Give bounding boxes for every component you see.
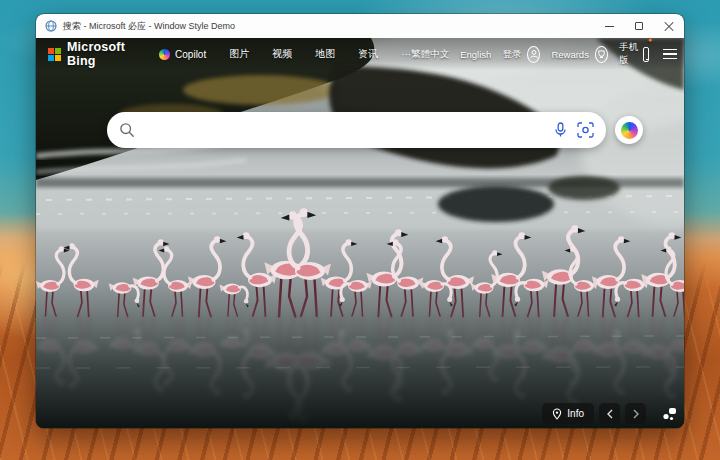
trophy-icon [597, 50, 606, 59]
maximize-icon [635, 22, 643, 30]
nav-item-images[interactable]: 图片 [229, 47, 249, 61]
copilot-icon [621, 122, 638, 139]
nav-item-maps[interactable]: 地图 [315, 47, 335, 61]
search-row [107, 112, 643, 148]
window-titlebar[interactable]: 搜索 - Microsoft 必应 - Window Style Demo [36, 14, 684, 38]
app-window: 搜索 - Microsoft 必应 - Window Style Demo [36, 14, 684, 428]
hamburger-menu-button[interactable] [663, 49, 677, 60]
chevron-left-icon [606, 409, 614, 419]
hero-controls: Info [542, 403, 646, 424]
language-english[interactable]: English [460, 49, 491, 60]
nav-item-videos[interactable]: 视频 [272, 47, 292, 61]
bing-brand[interactable]: Microsoft Bing [67, 40, 125, 68]
copilot-icon [159, 49, 170, 60]
ms-logo-green-square [55, 48, 61, 54]
microsoft-logo-icon[interactable] [48, 48, 61, 61]
image-info-button[interactable]: Info [542, 403, 594, 424]
hamburger-bar [663, 49, 677, 51]
phone-icon [643, 47, 650, 62]
ms-logo-red-square [48, 48, 54, 54]
mobile-version-link[interactable]: 手机版 ✦ [619, 41, 649, 67]
person-icon [529, 49, 539, 59]
close-button[interactable] [654, 14, 684, 38]
location-pin-icon [552, 408, 562, 420]
rewards-badge-icon[interactable] [595, 46, 608, 63]
sign-in-link[interactable]: 登录 [502, 48, 521, 61]
maximize-button[interactable] [624, 14, 654, 38]
hero-image [36, 38, 684, 428]
phone-notification-badge: ✦ [647, 37, 654, 45]
previous-image-button[interactable] [599, 403, 620, 424]
globe-icon [45, 20, 57, 32]
minimize-icon [605, 26, 614, 27]
close-icon [664, 21, 674, 31]
nav-item-copilot-label: Copilot [175, 49, 206, 60]
copilot-search-button[interactable] [615, 116, 643, 144]
bing-navbar: Microsoft Bing Copilot 图片 视频 地图 资讯 ··· 繁… [36, 38, 684, 70]
next-image-button[interactable] [625, 403, 646, 424]
microphone-icon[interactable] [553, 122, 568, 138]
search-bar[interactable] [107, 112, 606, 148]
nav-item-copilot[interactable]: Copilot [159, 49, 206, 60]
hamburger-bar [663, 58, 677, 60]
magnifier-icon [119, 122, 135, 138]
image-info-label: Info [567, 408, 584, 419]
window-title: 搜索 - Microsoft 必应 - Window Style Demo [63, 20, 235, 33]
nav-right-group: 繁體中文 English 登录 Rewards 手 [411, 41, 677, 67]
nav-item-more[interactable]: ··· [401, 49, 411, 60]
nav-item-news[interactable]: 资讯 [358, 47, 378, 61]
account-avatar[interactable] [527, 46, 540, 63]
nav-links: Copilot 图片 视频 地图 资讯 ··· [159, 47, 411, 61]
search-input[interactable] [143, 123, 553, 138]
mobile-version-label: 手机版 [619, 41, 639, 67]
language-traditional-chinese[interactable]: 繁體中文 [411, 48, 449, 61]
hamburger-bar [663, 53, 677, 55]
search-pill-icons [553, 122, 594, 138]
ms-logo-blue-square [48, 55, 54, 61]
ms-logo-yellow-square [55, 55, 61, 61]
chevron-right-icon [632, 409, 640, 419]
minimize-button[interactable] [594, 14, 624, 38]
visual-search-icon[interactable] [577, 122, 594, 138]
feedback-icon[interactable] [662, 407, 677, 421]
rewards-link[interactable]: Rewards [551, 49, 589, 60]
page-content: Microsoft Bing Copilot 图片 视频 地图 资讯 ··· 繁… [36, 38, 684, 428]
